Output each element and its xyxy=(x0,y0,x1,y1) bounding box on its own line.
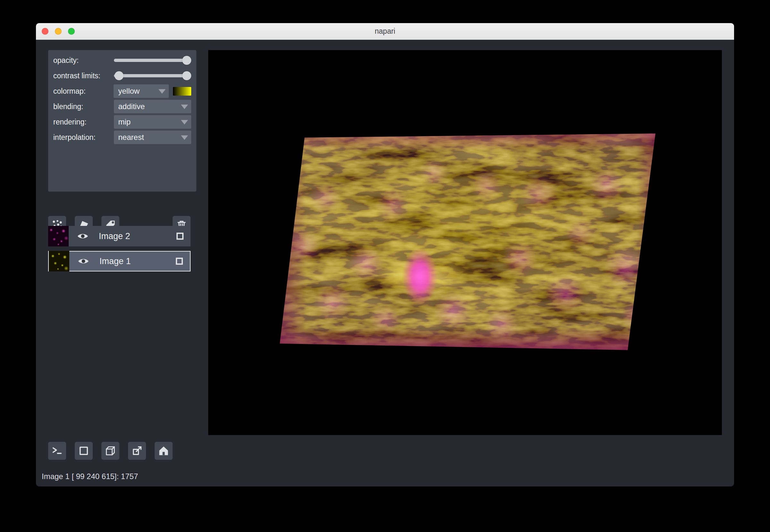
contrast-high-handle[interactable] xyxy=(182,71,191,80)
toggle-ndisplay-icon xyxy=(78,445,90,457)
home-icon xyxy=(158,445,169,457)
console-button[interactable] xyxy=(48,442,66,460)
traffic-lights xyxy=(42,28,75,35)
rendering-dropdown[interactable]: mip xyxy=(114,115,192,129)
viewer-buttons-row xyxy=(48,442,173,460)
minimize-button[interactable] xyxy=(55,28,62,35)
colormap-value: yellow xyxy=(118,87,140,96)
visibility-toggle[interactable] xyxy=(78,257,89,265)
toggle-ndisplay-button[interactable] xyxy=(75,442,93,460)
layer-type-square-icon xyxy=(176,258,183,265)
rendering-label: rendering: xyxy=(53,118,114,126)
rendering-value: mip xyxy=(118,117,131,126)
contrast-limits-row: contrast limits: xyxy=(53,68,191,83)
roll-dimensions-button[interactable] xyxy=(101,442,119,460)
layer-name: Image 2 xyxy=(99,231,130,241)
colormap-label: colormap: xyxy=(53,87,114,96)
transpose-dimensions-icon xyxy=(131,445,143,457)
contrast-limits-track[interactable] xyxy=(114,74,191,77)
status-bar: Image 1 [ 99 240 615]: 1757 xyxy=(42,472,138,481)
interpolation-dropdown[interactable]: nearest xyxy=(114,131,192,144)
titlebar[interactable]: napari xyxy=(36,23,734,40)
visibility-eye-icon xyxy=(77,232,89,240)
layer-name: Image 1 xyxy=(99,256,131,266)
window-content: opacity: contrast limits: colormap: yell… xyxy=(36,40,734,486)
window-title: napari xyxy=(36,27,734,36)
opacity-row: opacity: xyxy=(53,53,191,68)
volume-edge-shading xyxy=(280,133,655,350)
volume-rendering xyxy=(280,133,655,350)
zoom-button[interactable] xyxy=(68,28,75,35)
interpolation-label: interpolation: xyxy=(53,133,114,142)
colormap-row: colormap: yellow xyxy=(53,83,191,99)
console-icon xyxy=(51,445,63,457)
contrast-limits-slider[interactable] xyxy=(114,71,191,80)
colormap-dropdown[interactable]: yellow xyxy=(114,84,169,98)
blending-dropdown[interactable]: additive xyxy=(114,100,192,113)
opacity-label: opacity: xyxy=(53,56,114,65)
interpolation-row: interpolation: nearest xyxy=(53,130,191,145)
blending-value: additive xyxy=(118,102,145,111)
blending-label: blending: xyxy=(53,102,114,111)
layer-controls-panel: opacity: contrast limits: colormap: yell… xyxy=(48,50,196,192)
chevron-down-icon xyxy=(158,89,166,94)
contrast-limits-label: contrast limits: xyxy=(53,72,114,80)
opacity-slider[interactable] xyxy=(114,56,191,65)
chevron-down-icon xyxy=(181,135,188,140)
napari-window: napari opacity: contrast limits: xyxy=(36,23,734,486)
transpose-dimensions-button[interactable] xyxy=(128,442,146,460)
home-button[interactable] xyxy=(155,442,173,460)
layer-thumbnail xyxy=(48,226,69,246)
opacity-slider-track[interactable] xyxy=(114,59,191,62)
rendering-row: rendering: mip xyxy=(53,114,191,130)
chevron-down-icon xyxy=(181,105,188,109)
layer-row-image-1[interactable]: Image 1 xyxy=(48,251,191,271)
contrast-low-handle[interactable] xyxy=(115,71,124,80)
visibility-eye-icon xyxy=(78,257,89,265)
viewer-canvas[interactable] xyxy=(208,50,722,435)
blending-row: blending: additive xyxy=(53,99,191,114)
layer-row-image-2[interactable]: Image 2 xyxy=(48,226,191,246)
close-button[interactable] xyxy=(42,28,48,35)
interpolation-value: nearest xyxy=(118,133,144,142)
opacity-slider-handle[interactable] xyxy=(182,56,191,65)
chevron-down-icon xyxy=(181,120,188,124)
roll-dimensions-icon xyxy=(105,445,116,457)
layer-thumbnail xyxy=(49,251,69,271)
layer-type-square-icon xyxy=(176,233,184,240)
colormap-swatch xyxy=(173,87,191,96)
visibility-toggle[interactable] xyxy=(77,232,89,240)
